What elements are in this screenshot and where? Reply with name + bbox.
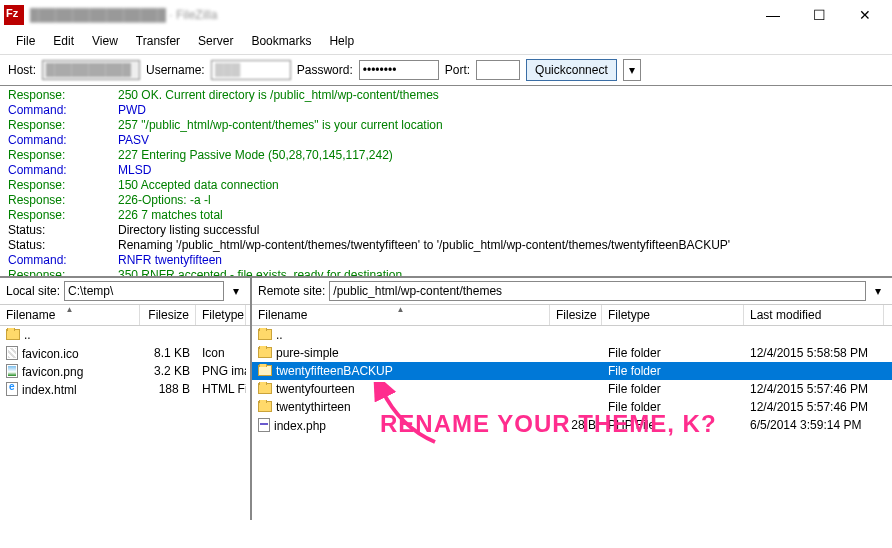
log-text: 257 "/public_html/wp-content/themes" is … <box>118 118 443 133</box>
local-list-header: ▲Filename Filesize Filetype <box>0 305 250 326</box>
remote-col-modified[interactable]: Last modified <box>744 305 884 325</box>
log-label: Response: <box>8 118 118 133</box>
html-file-icon <box>6 382 18 396</box>
log-text: Renaming '/public_html/wp-content/themes… <box>118 238 730 253</box>
list-item[interactable]: index.php28 BPHP File6/5/2014 3:59:14 PM <box>252 416 892 434</box>
titlebar: ████████████████ · FileZilla — ☐ ✕ <box>0 0 892 30</box>
last-modified: 12/4/2015 5:57:46 PM <box>744 400 884 414</box>
list-item[interactable]: favicon.png3.2 KBPNG image <box>0 362 250 380</box>
log-label: Response: <box>8 148 118 163</box>
remote-site-bar: Remote site: ▾ <box>252 278 892 305</box>
username-label: Username: <box>146 63 205 77</box>
local-pane: Local site: ▾ ▲Filename Filesize Filetyp… <box>0 278 252 520</box>
list-item[interactable]: twentythirteenFile folder12/4/2015 5:57:… <box>252 398 892 416</box>
list-item[interactable]: twentyfourteenFile folder12/4/2015 5:57:… <box>252 380 892 398</box>
remote-pane: Remote site: ▾ ▲Filename Filesize Filety… <box>252 278 892 520</box>
list-item[interactable]: twentyfifteenBACKUPFile folder <box>252 362 892 380</box>
file-panes: Local site: ▾ ▲Filename Filesize Filetyp… <box>0 278 892 520</box>
last-modified: 6/5/2014 3:59:14 PM <box>744 418 884 432</box>
quickconnect-dropdown[interactable]: ▾ <box>623 59 641 81</box>
local-site-label: Local site: <box>6 284 60 298</box>
host-label: Host: <box>8 63 36 77</box>
remote-list-body[interactable]: ..pure-simpleFile folder12/4/2015 5:58:5… <box>252 326 892 520</box>
filesize: 3.2 KB <box>140 364 196 378</box>
filetype: File folder <box>602 382 744 396</box>
menu-bookmarks[interactable]: Bookmarks <box>243 32 319 50</box>
window-controls: — ☐ ✕ <box>750 0 888 30</box>
menubar: File Edit View Transfer Server Bookmarks… <box>0 30 892 55</box>
filetype: Icon <box>196 346 246 360</box>
local-col-filename[interactable]: ▲Filename <box>0 305 140 325</box>
password-input[interactable] <box>359 60 439 80</box>
filetype: PHP File <box>602 418 744 432</box>
folder-icon <box>258 401 272 412</box>
remote-path-dropdown[interactable]: ▾ <box>870 284 886 298</box>
filename: .. <box>24 328 31 342</box>
maximize-button[interactable]: ☐ <box>796 0 842 30</box>
port-input[interactable] <box>476 60 520 80</box>
port-label: Port: <box>445 63 470 77</box>
window-title: ████████████████ · FileZilla <box>30 8 217 22</box>
log-label: Status: <box>8 238 118 253</box>
log-label: Response: <box>8 178 118 193</box>
log-text: 350 RNFR accepted - file exists, ready f… <box>118 268 402 278</box>
minimize-button[interactable]: — <box>750 0 796 30</box>
filename: index.html <box>22 383 77 397</box>
remote-list-header: ▲Filename Filesize Filetype Last modifie… <box>252 305 892 326</box>
remote-col-filetype[interactable]: Filetype <box>602 305 744 325</box>
quickconnect-button[interactable]: Quickconnect <box>526 59 617 81</box>
log-label: Status: <box>8 223 118 238</box>
filename: .. <box>276 328 283 342</box>
local-path-dropdown[interactable]: ▾ <box>228 284 244 298</box>
log-label: Command: <box>8 163 118 178</box>
username-input[interactable] <box>211 60 291 80</box>
log-label: Command: <box>8 103 118 118</box>
filesize: 188 B <box>140 382 196 396</box>
filetype: File folder <box>602 346 744 360</box>
local-col-filesize[interactable]: Filesize <box>140 305 196 325</box>
menu-help[interactable]: Help <box>321 32 362 50</box>
sort-asc-icon: ▲ <box>397 305 405 314</box>
log-text: 250 OK. Current directory is /public_htm… <box>118 88 439 103</box>
log-text: Directory listing successful <box>118 223 259 238</box>
menu-transfer[interactable]: Transfer <box>128 32 188 50</box>
png-file-icon <box>6 364 18 378</box>
local-col-filetype[interactable]: Filetype <box>196 305 246 325</box>
list-item[interactable]: index.html188 BHTML File <box>0 380 250 398</box>
remote-path-input[interactable] <box>329 281 866 301</box>
filetype: File folder <box>602 400 744 414</box>
list-item[interactable]: favicon.ico8.1 KBIcon <box>0 344 250 362</box>
folder-icon <box>6 329 20 340</box>
log-text: PWD <box>118 103 146 118</box>
log-text: 150 Accepted data connection <box>118 178 279 193</box>
menu-server[interactable]: Server <box>190 32 241 50</box>
menu-view[interactable]: View <box>84 32 126 50</box>
log-text: RNFR twentyfifteen <box>118 253 222 268</box>
password-label: Password: <box>297 63 353 77</box>
remote-col-filesize[interactable]: Filesize <box>550 305 602 325</box>
folder-open-icon <box>258 365 272 376</box>
log-label: Response: <box>8 208 118 223</box>
filesize: 28 B <box>550 418 602 432</box>
local-list-body[interactable]: ..favicon.ico8.1 KBIconfavicon.png3.2 KB… <box>0 326 250 520</box>
log-text: 227 Entering Passive Mode (50,28,70,145,… <box>118 148 393 163</box>
connection-bar: Host: Username: Password: Port: Quickcon… <box>0 55 892 86</box>
host-input[interactable] <box>42 60 140 80</box>
filename: twentyfourteen <box>276 382 355 396</box>
menu-edit[interactable]: Edit <box>45 32 82 50</box>
local-path-input[interactable] <box>64 281 224 301</box>
log-text: 226 7 matches total <box>118 208 223 223</box>
close-button[interactable]: ✕ <box>842 0 888 30</box>
app-icon <box>4 5 24 25</box>
list-item[interactable]: .. <box>252 326 892 344</box>
log-pane[interactable]: Response:250 OK. Current directory is /p… <box>0 86 892 278</box>
list-item[interactable]: .. <box>0 326 250 344</box>
filename: twentyfifteenBACKUP <box>276 364 393 378</box>
list-item[interactable]: pure-simpleFile folder12/4/2015 5:58:58 … <box>252 344 892 362</box>
filename: index.php <box>274 419 326 433</box>
remote-col-filename[interactable]: ▲Filename <box>252 305 550 325</box>
log-label: Command: <box>8 253 118 268</box>
filename: favicon.png <box>22 365 83 379</box>
menu-file[interactable]: File <box>8 32 43 50</box>
filetype: File folder <box>602 364 744 378</box>
